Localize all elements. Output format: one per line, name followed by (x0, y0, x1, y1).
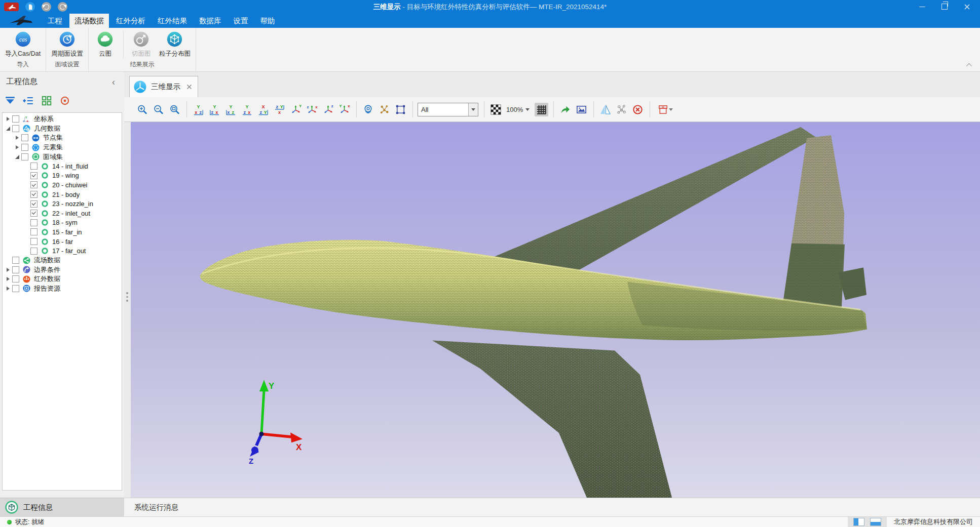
tree-checkbox[interactable] (30, 163, 37, 170)
tree-row[interactable]: 17 - far_out (3, 246, 122, 256)
tree-checkbox[interactable] (21, 134, 28, 141)
tree-checkbox[interactable] (12, 266, 19, 273)
tree-expander[interactable] (5, 274, 11, 283)
tree-checkbox[interactable] (30, 200, 37, 208)
tree-row[interactable]: 报告资源 (3, 284, 122, 294)
tree-expander[interactable] (14, 143, 20, 152)
tree-checkbox[interactable] (12, 257, 19, 264)
tree-row[interactable]: 边界条件 (3, 265, 122, 275)
toolbar-delete-button[interactable] (631, 103, 645, 116)
toolbar-share-arrow-button[interactable] (558, 103, 572, 116)
collapse-list-icon[interactable] (23, 95, 34, 106)
toolbar-view-iso-1-button[interactable]: Y (289, 103, 303, 116)
tree-checkbox[interactable] (12, 275, 19, 282)
toolbar-camera-button[interactable] (361, 103, 375, 116)
toolbar-view-left-button[interactable]: Yxz (224, 103, 238, 116)
toolbar-view-iso-4-button[interactable]: Yx (337, 103, 351, 116)
tree-checkbox[interactable] (12, 285, 19, 292)
ribbon-button-particle[interactable]: 粒子分布图 (159, 29, 191, 58)
menu-item-1[interactable]: 工程 (43, 14, 67, 28)
tree-checkbox[interactable] (30, 181, 37, 188)
minimize-button[interactable] (911, 0, 933, 13)
tree-row[interactable]: 14 - int_fluid (3, 161, 122, 171)
tree-row[interactable]: 23 - nozzle_in (3, 199, 122, 209)
toolbar-view-front-button[interactable]: Yxz (192, 103, 205, 116)
ribbon-button-cas[interactable]: cas导入Cas/Dat (5, 29, 41, 58)
ribbon-collapse-button[interactable] (965, 63, 972, 68)
tree-row[interactable]: 红外数据 (3, 274, 122, 284)
panel-bottom-tab[interactable]: 工程信息 (0, 498, 124, 516)
tree-expander[interactable] (14, 133, 20, 142)
tab-close-icon[interactable] (186, 84, 192, 90)
tree-checkbox[interactable] (21, 144, 28, 151)
tree-expander[interactable] (5, 124, 11, 133)
toolbar-archive-button[interactable] (655, 103, 675, 116)
toolbar-view-iso-2-button[interactable]: xz (305, 103, 319, 116)
app-button[interactable] (4, 3, 19, 11)
locate-icon[interactable] (59, 95, 70, 106)
tree-checkbox[interactable] (21, 153, 28, 160)
tree-expander[interactable] (5, 284, 11, 293)
menu-item-7[interactable]: 帮助 (255, 14, 280, 28)
tree-row[interactable]: Yzx坐标系 (3, 114, 122, 124)
toolbar-explode-button[interactable] (378, 103, 391, 116)
panel-collapse-button[interactable]: ‹ (112, 78, 115, 86)
toolbar-explode-outline-button[interactable] (615, 103, 628, 116)
toolbar-select-box-button[interactable] (394, 103, 407, 116)
tree-row[interactable]: 18 - sym (3, 218, 122, 228)
menu-item-6[interactable]: 设置 (229, 14, 253, 28)
menu-item-5[interactable]: 数据库 (194, 14, 227, 28)
toolbar-view-iso-3-button[interactable]: z (321, 103, 335, 116)
tree-row[interactable]: 19 - wing (3, 171, 122, 181)
toolbar-pixel-grid-button[interactable] (535, 103, 548, 116)
tree-row[interactable]: 16 - far (3, 237, 122, 247)
toolbar-checkerboard-button[interactable] (489, 103, 503, 116)
tree-row[interactable]: 元素集 (3, 143, 122, 152)
tree-checkbox[interactable] (30, 248, 37, 255)
tree-row[interactable]: 21 - body (3, 190, 122, 199)
tab-3d-view[interactable]: 三维显示 (129, 76, 198, 97)
toolbar-snapshot-button[interactable] (575, 103, 588, 116)
panel-splitter[interactable] (124, 122, 131, 498)
toolbar-zoom-in-button[interactable] (135, 103, 149, 116)
viewport-3d[interactable]: Y X Z (131, 122, 980, 498)
menu-item-3[interactable]: 红外分析 (111, 14, 150, 28)
combo-dropdown-button[interactable] (468, 103, 478, 116)
tree-row[interactable]: 几何数据 (3, 124, 122, 134)
filter-icon[interactable] (5, 95, 16, 106)
tree-row[interactable]: 面域集 (3, 152, 122, 161)
tree-row[interactable]: 20 - chuiwei (3, 180, 122, 190)
new-document-button[interactable] (25, 2, 35, 12)
tree-row[interactable]: 流场数据 (3, 256, 122, 265)
menu-item-4[interactable]: 红外结果 (153, 14, 192, 28)
zoom-level-select[interactable]: 100% (506, 106, 530, 113)
tree-expander[interactable] (14, 152, 20, 161)
toolbar-zoom-window-button[interactable] (168, 103, 181, 116)
tree-row[interactable]: 15 - far_in (3, 227, 122, 237)
ribbon-button-cloud[interactable]: 云图 (94, 29, 117, 58)
toolbar-mirror-button[interactable] (598, 103, 612, 116)
undo-button[interactable] (42, 2, 51, 12)
ribbon-button-period[interactable]: 周期面设置 (51, 29, 83, 58)
layout-toggle-split-icon[interactable] (853, 518, 864, 526)
tree-checkbox[interactable] (12, 115, 19, 123)
restore-button[interactable] (933, 0, 956, 13)
close-button[interactable] (956, 0, 978, 13)
tree-checkbox[interactable] (30, 219, 37, 226)
toolbar-view-bottom-button[interactable]: zYx (273, 103, 286, 116)
toolbar-view-right-button[interactable]: Yzx (240, 103, 254, 116)
tree-row[interactable]: 节点集 (3, 133, 122, 143)
tree-expander[interactable] (5, 265, 11, 274)
display-filter-combo[interactable]: All (418, 103, 478, 116)
grid-icon[interactable] (41, 95, 52, 106)
tree-row[interactable]: 22 - inlet_out (3, 209, 122, 218)
tree-checkbox[interactable] (30, 228, 37, 235)
toolbar-view-back-button[interactable]: Yzx (208, 103, 221, 116)
toolbar-zoom-out-button[interactable] (152, 103, 165, 116)
tree-checkbox[interactable] (30, 210, 37, 217)
tree-checkbox[interactable] (30, 238, 37, 245)
tree-expander[interactable] (5, 114, 11, 124)
tree-checkbox[interactable] (12, 125, 19, 132)
layout-toggle-bottom-icon[interactable] (870, 518, 881, 526)
redo-button[interactable] (58, 2, 67, 12)
